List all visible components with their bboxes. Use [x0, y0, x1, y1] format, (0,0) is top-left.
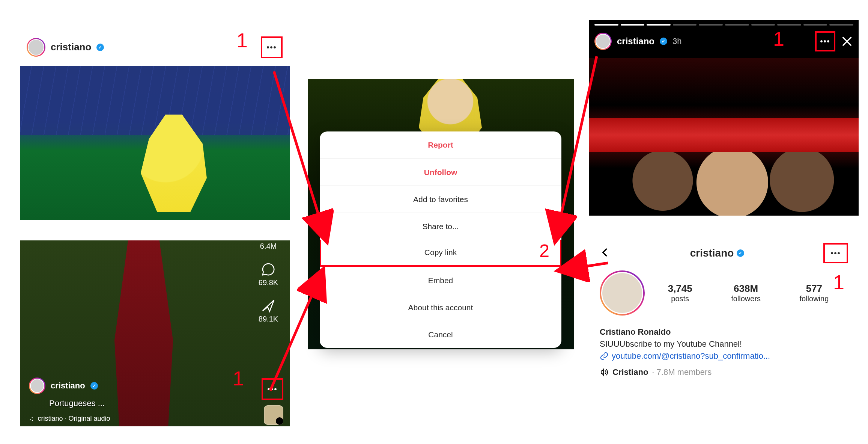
reel-comments-count: 69.8K [259, 278, 278, 287]
reel-audio-label: cristiano · Original audio [38, 415, 110, 423]
profile-followers-label: followers [731, 294, 761, 303]
link-icon [600, 352, 609, 361]
feed-post-header: cristiano ✓ ••• [20, 29, 289, 66]
avatar-story-ring[interactable] [27, 38, 45, 57]
avatar-image [601, 272, 643, 314]
profile-following-count: 577 [799, 283, 829, 294]
profile-bio-link[interactable]: youtube.com/@cristiano?sub_confirmatio..… [600, 350, 848, 362]
avatar-story-ring[interactable] [594, 33, 612, 50]
reel-view: 6.4M 69.8K 89.1K cristiano ✓ Portugueses… [20, 240, 290, 426]
profile-followers-stat[interactable]: 638M followers [731, 283, 761, 303]
more-dots-icon: ••• [820, 38, 830, 45]
reel-comment-button[interactable]: 69.8K [259, 262, 278, 287]
sheet-share-to[interactable]: Share to... [320, 213, 561, 240]
profile-link-text: youtube.com/@cristiano?sub_confirmatio..… [612, 350, 770, 362]
verified-badge-icon: ✓ [90, 382, 98, 390]
avatar-image [596, 34, 611, 49]
broadcast-channel-icon [600, 368, 609, 377]
avatar-story-ring[interactable] [600, 270, 645, 316]
music-note-icon: ♫ [29, 415, 34, 423]
avatar-image [30, 379, 44, 393]
callout-step1-reel: 1 [233, 367, 244, 390]
profile-bio-line: SIUUUbscribe to my Youtube Channel! [600, 338, 848, 350]
profile-following-label: following [799, 294, 829, 303]
story-progress [594, 24, 853, 26]
verified-badge-icon: ✓ [737, 249, 744, 257]
profile-username[interactable]: cristiano [690, 247, 734, 259]
feed-post-image[interactable] [20, 66, 290, 220]
profile-view: cristiano ✓ ••• 3,745 posts 638M followe… [589, 236, 859, 377]
reel-audio-row[interactable]: ♫ cristiano · Original audio [29, 415, 110, 423]
reel-more-button[interactable]: ••• [262, 378, 283, 400]
comment-icon [261, 262, 276, 277]
close-icon[interactable] [841, 35, 853, 48]
sheet-unfollow[interactable]: Unfollow [320, 159, 561, 186]
profile-following-stat[interactable]: 577 following [799, 283, 829, 303]
reel-username[interactable]: cristiano [51, 381, 85, 391]
profile-followers-count: 638M [731, 283, 761, 294]
reel-likes-count: 6.4M [260, 242, 277, 251]
story-more-button[interactable]: ••• [815, 31, 835, 51]
profile-posts-label: posts [668, 294, 692, 303]
channel-name: Cristiano [612, 367, 648, 377]
profile-posts-count: 3,745 [668, 283, 692, 294]
avatar-story-ring[interactable] [29, 378, 45, 394]
sheet-cancel[interactable]: Cancel [320, 321, 561, 348]
verified-badge-icon: ✓ [660, 38, 667, 45]
callout-step1-profile: 1 [833, 270, 844, 294]
more-dots-icon: ••• [266, 44, 277, 51]
feed-more-button[interactable]: ••• [261, 36, 283, 58]
profile-broadcast-channel[interactable]: Cristiano · 7.8M members [600, 367, 848, 377]
sheet-about-account[interactable]: About this account [320, 294, 561, 321]
callout-step1-feed: 1 [236, 29, 248, 52]
sheet-copy-link-label: Copy link [424, 248, 457, 257]
reel-like-button[interactable]: 6.4M [260, 242, 277, 251]
reel-share-button[interactable]: 89.1K [259, 298, 278, 323]
callout-step1-story: 1 [773, 27, 784, 50]
verified-badge-icon: ✓ [96, 44, 104, 51]
more-dots-icon: ••• [831, 249, 841, 257]
story-username[interactable]: cristiano [617, 36, 654, 47]
back-button[interactable] [600, 247, 611, 260]
profile-posts-stat[interactable]: 3,745 posts [668, 283, 692, 303]
profile-more-button[interactable]: ••• [823, 243, 848, 263]
sheet-add-to-favorites[interactable]: Add to favorites [320, 186, 561, 213]
sheet-report[interactable]: Report [320, 131, 561, 159]
story-time: 3h [672, 36, 681, 46]
feed-username[interactable]: cristiano [51, 41, 91, 53]
sheet-embed[interactable]: Embed [320, 267, 561, 294]
callout-step2: 2 [539, 240, 549, 261]
channel-members: 7.8M members [657, 367, 712, 377]
sheet-copy-link[interactable]: Copy link 2 [320, 240, 561, 267]
avatar-image [28, 39, 44, 56]
share-icon [261, 298, 276, 313]
reel-shares-count: 89.1K [259, 315, 278, 323]
action-sheet: Report Unfollow Add to favorites Share t… [320, 131, 561, 348]
more-dots-icon: ••• [267, 385, 277, 393]
reel-caption: Portugueses ... [49, 399, 105, 408]
reel-audio-thumb[interactable] [264, 405, 283, 425]
chevron-left-icon [600, 247, 611, 258]
reel-action-rail: 6.4M 69.8K 89.1K [253, 240, 283, 323]
story-view[interactable]: cristiano ✓ 3h ••• [589, 20, 859, 216]
profile-display-name: Cristiano Ronaldo [600, 326, 848, 338]
